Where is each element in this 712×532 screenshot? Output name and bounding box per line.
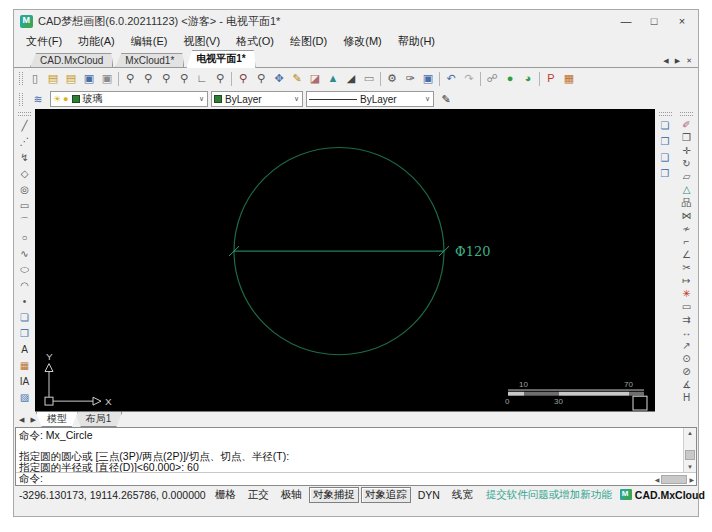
paste-icon[interactable]: ❑ xyxy=(656,150,674,166)
layer-manager-icon[interactable]: ≋ xyxy=(29,90,47,108)
scrollbar-thumb[interactable] xyxy=(661,475,687,484)
close-button[interactable]: × xyxy=(668,11,696,31)
linetype-dropdown[interactable]: ByLayer ∨ xyxy=(306,91,434,107)
mtext-icon[interactable]: IA xyxy=(16,374,34,390)
copy-base-icon[interactable]: ❐ xyxy=(656,134,674,150)
tab-mxcloud1[interactable]: MxCloud1* xyxy=(115,53,184,67)
tab-close-icon[interactable]: ✕ xyxy=(683,57,695,65)
menu-file[interactable]: 文件(F) xyxy=(18,34,70,49)
line-tool-icon[interactable]: ╱ xyxy=(16,118,34,134)
scroll-right-icon[interactable]: ▶ xyxy=(689,476,694,483)
paste-block-icon[interactable]: ❒ xyxy=(656,166,674,182)
open-file-icon[interactable]: ▤ xyxy=(44,70,62,88)
properties-brush-icon[interactable]: ✎ xyxy=(437,90,455,108)
sheet-tab-layout1[interactable]: 布局1 xyxy=(75,412,123,427)
construction-line-icon[interactable]: ⋰ xyxy=(16,134,34,150)
spline-icon[interactable]: ∿ xyxy=(16,246,34,262)
canvas-corner-grip[interactable] xyxy=(633,396,647,410)
chevron-down-icon[interactable]: ∨ xyxy=(198,95,205,103)
scroll-down-icon[interactable]: ▼ xyxy=(687,462,693,472)
toolbar-grip[interactable] xyxy=(680,112,693,116)
find-icon[interactable]: ⚙ xyxy=(383,70,401,88)
save-all-icon[interactable]: ▣ xyxy=(419,70,437,88)
draw-pencil-icon[interactable]: ✎ xyxy=(288,70,306,88)
command-history[interactable]: 命令: Mx_Circle指定圆的圆心或 [三点(3P)/两点(2P)]/切点、… xyxy=(16,428,696,472)
command-horizontal-scrollbar[interactable]: ◀ ▶ xyxy=(655,475,694,484)
hatch-icon[interactable]: ▨ xyxy=(16,390,34,406)
chevron-down-icon[interactable]: ∨ xyxy=(424,95,431,103)
create-block-icon[interactable]: ❐ xyxy=(16,326,34,342)
grip-edit-icon[interactable]: ⇉ xyxy=(678,313,696,326)
copy-clip-icon[interactable]: ❏ xyxy=(656,118,674,134)
zoom-window-icon[interactable]: ⚲ xyxy=(121,70,139,88)
open-cloud-icon[interactable]: ▤ xyxy=(62,70,80,88)
polygon-icon[interactable]: ◇ xyxy=(16,166,34,182)
tab-tv-plan1[interactable]: 电视平面1* xyxy=(186,50,255,68)
circle-tool-icon[interactable]: ○ xyxy=(16,230,34,246)
copy-icon[interactable]: ❐ xyxy=(678,131,696,144)
dim-angular-icon[interactable]: ∡ xyxy=(678,378,696,391)
render-icon[interactable]: ▲ xyxy=(324,70,342,88)
menu-draw[interactable]: 绘图(D) xyxy=(282,34,335,49)
save-icon[interactable]: ▣ xyxy=(80,70,98,88)
dim-style-icon[interactable]: H xyxy=(678,391,696,404)
zoom-extents-icon[interactable]: ⚲ xyxy=(175,70,193,88)
tab-scroll-left-icon[interactable]: ◀ xyxy=(660,57,671,65)
erase-icon[interactable]: ✐ xyxy=(678,118,696,131)
canvas-graphics[interactable]: Φ120 Y X xyxy=(35,109,655,411)
zoom-corner-icon[interactable]: ∟ xyxy=(193,70,211,88)
image-export-icon[interactable]: ▦ xyxy=(560,70,578,88)
menu-edit[interactable]: 编辑(E) xyxy=(123,34,176,49)
toolbar-grip[interactable] xyxy=(19,72,23,85)
minimize-button[interactable]: — xyxy=(612,11,640,31)
point-icon[interactable]: • xyxy=(16,294,34,310)
dim-diameter-icon[interactable]: ⊘ xyxy=(678,365,696,378)
toggle-lineweight[interactable]: 线宽 xyxy=(447,488,478,502)
stretch-icon[interactable]: △ xyxy=(678,183,696,196)
cloud-sync-icon[interactable]: ● xyxy=(501,70,519,88)
arc-icon[interactable]: ⌒ xyxy=(16,214,34,230)
share-icon[interactable]: ☍ xyxy=(483,70,501,88)
tab-cad-mxcloud[interactable]: CAD.MxCloud xyxy=(30,53,113,67)
toolbar-grip[interactable] xyxy=(18,112,31,116)
zoom-object-icon[interactable]: ⚲ xyxy=(211,70,229,88)
color-dropdown[interactable]: ByLayer ∨ xyxy=(211,91,303,107)
zoom-realtime-icon[interactable]: ⚲ xyxy=(234,70,252,88)
dim-radius-icon[interactable]: ⊙ xyxy=(678,352,696,365)
match-brush-icon[interactable]: ✑ xyxy=(401,70,419,88)
donut-icon[interactable]: ◎ xyxy=(16,182,34,198)
insert-block-icon[interactable]: ❏ xyxy=(16,310,34,326)
extend-icon[interactable]: ↦ xyxy=(678,274,696,287)
maximize-button[interactable]: □ xyxy=(640,11,668,31)
drawing-canvas[interactable]: Φ120 Y X xyxy=(35,109,655,412)
pdf-export-icon[interactable]: P xyxy=(542,70,560,88)
toggle-polar[interactable]: 极轴 xyxy=(276,488,307,502)
chamfer-icon[interactable]: ∠ xyxy=(678,248,696,261)
explode-icon[interactable]: ✳ xyxy=(678,287,696,300)
new-file-icon[interactable]: ▯ xyxy=(26,70,44,88)
sheet-next-icon[interactable]: ▶ xyxy=(27,416,38,424)
fillet-icon[interactable]: ⌐ xyxy=(678,235,696,248)
diameter-dimension[interactable]: Φ120 xyxy=(229,244,490,259)
dim-linear-icon[interactable]: ↔ xyxy=(678,326,696,339)
menu-function[interactable]: 功能(A) xyxy=(70,34,123,49)
table-icon[interactable]: ▦ xyxy=(16,358,34,374)
mirror-icon[interactable]: ⋈ xyxy=(678,209,696,222)
scroll-left-icon[interactable]: ◀ xyxy=(655,476,660,483)
command-vertical-scrollbar[interactable]: ▲ ▼ xyxy=(683,428,696,472)
toggle-grid[interactable]: 栅格 xyxy=(210,488,241,502)
dim-aligned-icon[interactable]: ↗ xyxy=(678,339,696,352)
rectangle-icon[interactable]: ▭ xyxy=(16,198,34,214)
layer-dropdown[interactable]: ☀● 玻璃 ∨ xyxy=(50,91,208,107)
save-as-icon[interactable]: ▣ xyxy=(98,70,116,88)
toolbar-grip[interactable] xyxy=(659,112,672,116)
polyline-icon[interactable]: ↯ xyxy=(16,150,34,166)
command-input-row[interactable]: 命令: ◀ ▶ xyxy=(16,472,696,485)
viewport-icon[interactable]: ▭ xyxy=(360,70,378,88)
toggle-dyn[interactable]: DYN xyxy=(413,489,445,501)
single-text-icon[interactable]: A xyxy=(16,342,34,358)
scroll-up-icon[interactable]: ▲ xyxy=(687,428,693,438)
trim-icon[interactable]: ✂ xyxy=(678,261,696,274)
cloud-open-icon[interactable]: ◕ xyxy=(519,70,537,88)
undo-icon[interactable]: ↶ xyxy=(442,70,460,88)
